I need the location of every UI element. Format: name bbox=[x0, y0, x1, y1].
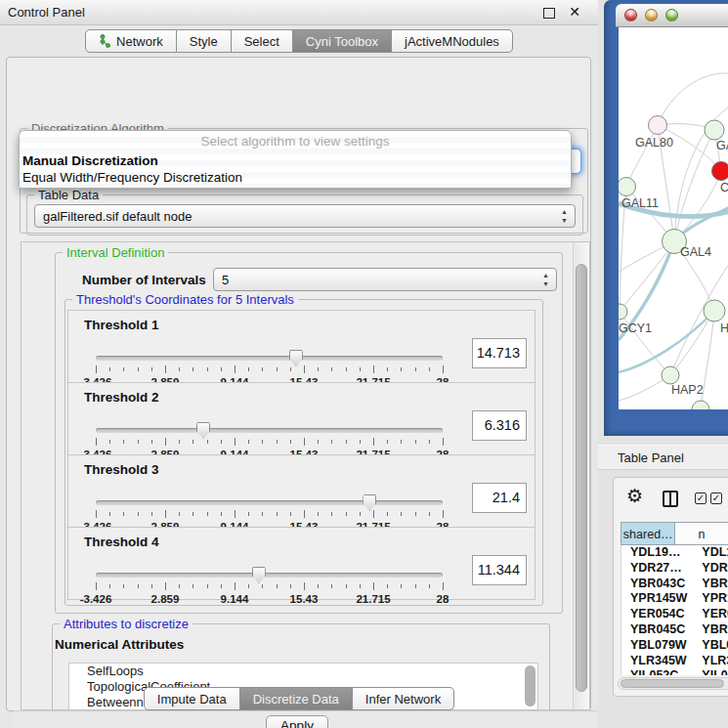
table-row[interactable]: YBL079WYBL0 bbox=[621, 638, 728, 654]
column-header-n[interactable]: n bbox=[675, 522, 728, 545]
threshold-slider: -3.4262.8599.14415.4321.71528 bbox=[96, 567, 443, 600]
tab-network[interactable]: Network bbox=[85, 29, 177, 53]
tab-jactivemnodules[interactable]: jActiveMNodules bbox=[392, 29, 513, 53]
tab-label: Impute Data bbox=[157, 692, 227, 707]
threshold-value-field[interactable]: 11.344 bbox=[472, 555, 527, 585]
network-node[interactable] bbox=[619, 304, 627, 320]
network-node[interactable] bbox=[692, 401, 709, 409]
thresholds-group-title: Threshold's Coordinates for 5 Intervals bbox=[72, 292, 298, 307]
slider-thumb[interactable] bbox=[252, 567, 266, 583]
network-node[interactable] bbox=[619, 178, 636, 196]
table-cell: YER054C bbox=[621, 607, 695, 622]
threshold-label: Threshold 3 bbox=[84, 462, 159, 477]
network-node[interactable] bbox=[705, 120, 724, 140]
horizontal-scrollbar[interactable] bbox=[618, 677, 728, 690]
table-row[interactable]: YDL19…YDL1 bbox=[621, 545, 728, 561]
slider-thumb[interactable] bbox=[363, 494, 376, 511]
network-view-window: GAL80GACGAL11GAL4GCY1HHAP2 bbox=[604, 0, 728, 436]
threshold-panel-2: Threshold 2-3.4262.8599.14415.4321.71528… bbox=[67, 382, 535, 455]
scrollbar-thumb[interactable] bbox=[621, 679, 724, 688]
slider-track[interactable] bbox=[96, 356, 443, 361]
table-row[interactable]: YER054CYER0 bbox=[621, 607, 728, 622]
slider-ticks bbox=[96, 438, 443, 448]
network-edge[interactable] bbox=[626, 125, 658, 187]
gear-icon[interactable]: ⚙ bbox=[626, 487, 643, 505]
tab-cyni-toolbox[interactable]: Cyni Toolbox bbox=[293, 29, 392, 53]
tab-label: Select bbox=[244, 34, 279, 49]
threshold-value-field[interactable]: 6.316 bbox=[472, 410, 527, 441]
slider-track[interactable] bbox=[96, 500, 443, 505]
slider-thumb[interactable] bbox=[289, 350, 303, 366]
slider-track[interactable] bbox=[96, 573, 443, 578]
network-node[interactable] bbox=[704, 300, 725, 321]
combo-arrows-icon: ▲▼ bbox=[561, 207, 568, 225]
table-row[interactable]: YPR145WYPR1 bbox=[621, 591, 728, 607]
network-node[interactable] bbox=[662, 366, 679, 384]
table-row[interactable]: YLR345WYLR3 bbox=[621, 654, 728, 669]
tab-label: jActiveMNodules bbox=[405, 34, 499, 49]
table-cell: YLR345W bbox=[621, 654, 695, 669]
apply-button[interactable]: Apply bbox=[266, 715, 328, 728]
tab-label: Discretize Data bbox=[253, 692, 339, 707]
network-edge[interactable] bbox=[658, 73, 728, 125]
tab-impute-data[interactable]: Impute Data bbox=[144, 687, 240, 710]
network-node[interactable] bbox=[712, 162, 728, 181]
slider-thumb[interactable] bbox=[196, 422, 210, 439]
table-cell: YDR2 bbox=[695, 561, 728, 577]
algorithm-option-equal-width[interactable]: Equal Width/Frequency Discretization bbox=[22, 170, 242, 185]
network-graph: GAL80GACGAL11GAL4GCY1HHAP2 bbox=[619, 27, 728, 409]
attribute-item[interactable]: SelfLoops bbox=[69, 664, 537, 679]
algorithm-dropdown-popup: Select algorithm to view settings Manual… bbox=[19, 130, 572, 189]
minimize-window-button[interactable] bbox=[645, 9, 658, 21]
table-row[interactable]: YDR27…YDR2 bbox=[621, 561, 728, 577]
table-cell: YLR3 bbox=[695, 654, 728, 669]
number-of-intervals-combobox[interactable]: 5 ▲▼ bbox=[213, 268, 557, 291]
slider-ticks bbox=[96, 365, 443, 375]
table-panel-title: Table Panel bbox=[618, 450, 684, 465]
float-window-icon[interactable] bbox=[543, 8, 555, 19]
tab-discretize-data[interactable]: Discretize Data bbox=[240, 687, 353, 710]
columns-icon[interactable] bbox=[663, 491, 678, 507]
threshold-value-field[interactable]: 21.4 bbox=[472, 483, 527, 513]
checkbox-checked-icon[interactable]: ✓ bbox=[710, 492, 722, 504]
checkbox-checked-icon[interactable]: ✓ bbox=[695, 492, 707, 504]
table-cell: YBL079W bbox=[621, 638, 695, 654]
zoom-window-button[interactable] bbox=[665, 9, 678, 21]
table-data-title: Table Data bbox=[34, 188, 103, 202]
table-rows: YDL19…YDL1YDR27…YDR2YBR043CYBR0YPR145WYP… bbox=[621, 545, 728, 675]
table-header: shared…n bbox=[621, 522, 728, 545]
threshold-slider: -3.4262.8599.14415.4321.71528 bbox=[96, 494, 443, 528]
column-header-shared[interactable]: shared… bbox=[621, 522, 675, 545]
slider-ticks bbox=[96, 582, 443, 592]
apply-strip: Apply bbox=[14, 710, 597, 728]
tab-infer-network[interactable]: Infer Network bbox=[353, 687, 454, 710]
close-window-button[interactable] bbox=[624, 9, 637, 21]
panel-title: Control Panel bbox=[8, 5, 85, 20]
control-panel-tabs: NetworkStyleSelectCyni ToolboxjActiveMNo… bbox=[0, 29, 598, 53]
interval-definition-title: Interval Definition bbox=[63, 245, 168, 260]
table-cell: YBR0 bbox=[695, 622, 728, 638]
algorithm-option-manual[interactable]: Manual Discretization bbox=[22, 153, 158, 168]
table-row[interactable]: YIL052CYIL0 bbox=[621, 668, 728, 675]
network-node[interactable] bbox=[649, 116, 667, 135]
node-label: C bbox=[720, 181, 728, 194]
scrollbar-thumb[interactable] bbox=[576, 264, 587, 692]
table-row[interactable]: YBR045CYBR0 bbox=[621, 622, 728, 638]
tab-style[interactable]: Style bbox=[177, 29, 232, 53]
tab-label: Network bbox=[116, 34, 163, 49]
vertical-scrollbar[interactable] bbox=[573, 242, 589, 709]
slider-track[interactable] bbox=[96, 428, 443, 433]
threshold-label: Threshold 4 bbox=[84, 535, 159, 549]
numerical-attributes-label: Numerical Attributes bbox=[55, 637, 184, 652]
table-row[interactable]: YBR043CYBR0 bbox=[621, 577, 728, 592]
table-cell: YDL19… bbox=[621, 545, 695, 561]
network-window-titlebar bbox=[616, 4, 728, 27]
table-cell: YIL0 bbox=[695, 668, 728, 675]
table-panel: ⚙ ✓ ✓ shared…n YDL19…YDL1YDR27…YDR2YBR04… bbox=[613, 477, 728, 697]
network-canvas[interactable]: GAL80GACGAL11GAL4GCY1HHAP2 bbox=[619, 27, 728, 409]
threshold-value-field[interactable]: 14.713 bbox=[472, 338, 527, 368]
table-cell: YDL1 bbox=[695, 545, 728, 561]
tab-select[interactable]: Select bbox=[232, 29, 293, 53]
close-icon[interactable]: ✕ bbox=[569, 4, 580, 20]
table-data-combobox[interactable]: galFiltered.sif default node ▲▼ bbox=[34, 204, 576, 228]
